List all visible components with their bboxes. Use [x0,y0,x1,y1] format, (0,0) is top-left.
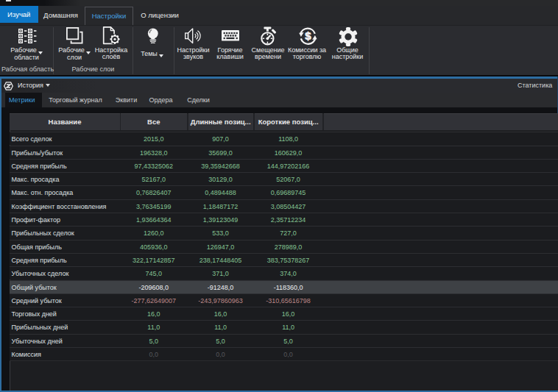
svg-text:$: $ [305,29,311,42]
